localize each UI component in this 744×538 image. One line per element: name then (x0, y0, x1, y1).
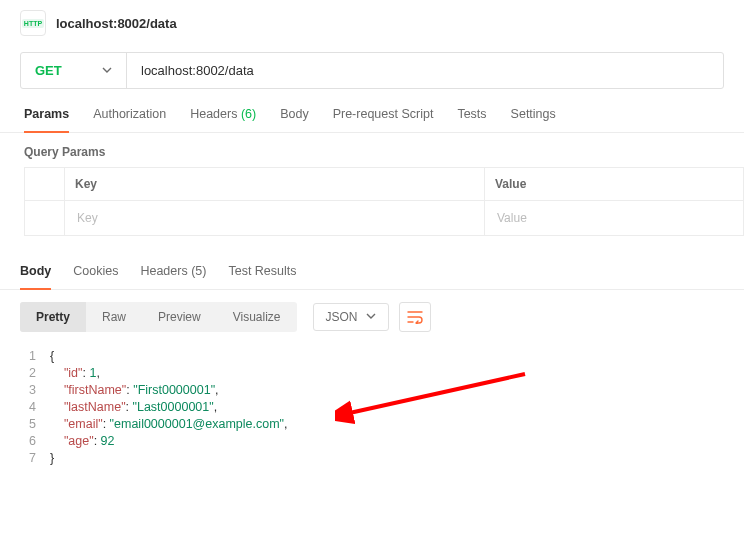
json-lastname: Last0000001 (137, 400, 209, 414)
qp-key-input[interactable] (75, 210, 474, 226)
resp-tab-body[interactable]: Body (20, 264, 51, 290)
qp-value-input[interactable] (495, 210, 733, 226)
view-preview[interactable]: Preview (142, 302, 217, 332)
request-title: localhost:8002/data (56, 16, 177, 31)
tab-settings[interactable]: Settings (511, 107, 556, 132)
view-pretty[interactable]: Pretty (20, 302, 86, 332)
tab-authorization[interactable]: Authorization (93, 107, 166, 132)
wrap-icon (407, 310, 423, 324)
col-value: Value (485, 168, 744, 201)
http-method-dropdown[interactable]: GET (21, 53, 127, 88)
body-format-dropdown[interactable]: JSON (313, 303, 389, 331)
body-view-switch: Pretty Raw Preview Visualize (20, 302, 297, 332)
resp-tab-headers-label: Headers (140, 264, 187, 278)
chevron-down-icon (366, 310, 376, 324)
view-raw[interactable]: Raw (86, 302, 142, 332)
tab-tests[interactable]: Tests (457, 107, 486, 132)
resp-tab-headers[interactable]: Headers (5) (140, 264, 206, 289)
resp-tab-cookies[interactable]: Cookies (73, 264, 118, 289)
request-url-input[interactable] (127, 53, 723, 88)
table-row (25, 201, 744, 236)
query-params-table: Key Value (24, 167, 744, 236)
col-key: Key (65, 168, 485, 201)
body-format-label: JSON (326, 310, 358, 324)
view-visualize[interactable]: Visualize (217, 302, 297, 332)
json-firstname: First0000001 (138, 383, 211, 397)
tab-pre-request[interactable]: Pre-request Script (333, 107, 434, 132)
tab-headers-count: (6) (241, 107, 256, 121)
json-email: email0000001@example.com (114, 417, 280, 431)
tab-params[interactable]: Params (24, 107, 69, 133)
tab-body[interactable]: Body (280, 107, 309, 132)
json-age: 92 (101, 434, 115, 448)
wrap-lines-button[interactable] (399, 302, 431, 332)
tab-headers[interactable]: Headers (6) (190, 107, 256, 132)
response-body: 1{ 2 "id": 1, 3 "firstName": "First00000… (0, 344, 744, 507)
http-method-label: GET (35, 63, 62, 78)
http-method-icon: HTTP (20, 10, 46, 36)
tab-headers-label: Headers (190, 107, 237, 121)
query-params-title: Query Params (0, 133, 744, 167)
chevron-down-icon (102, 63, 112, 78)
resp-tab-headers-count: (5) (191, 264, 206, 278)
resp-tab-test-results[interactable]: Test Results (228, 264, 296, 289)
